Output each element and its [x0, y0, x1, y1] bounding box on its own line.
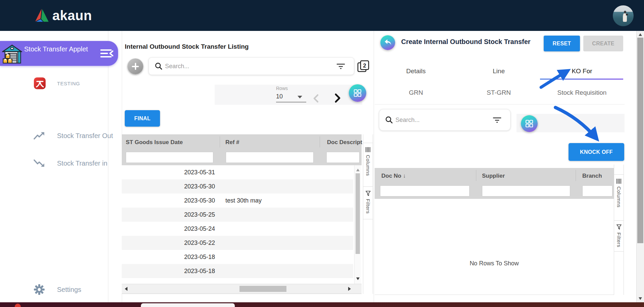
grid-view-button[interactable] [521, 115, 538, 132]
applet-header[interactable]: Stock Transfer Applet [0, 41, 118, 66]
listing-grid-body: 2023-05-31 2023-05-30 2023-05-30 test 30… [122, 165, 362, 284]
sidebar: Stock Transfer Applet [0, 31, 108, 302]
listing-search-input[interactable] [165, 58, 288, 75]
cell-st-goods-issue-date: 2023-05-31 [122, 165, 220, 179]
columns-icon [616, 179, 622, 184]
tab-line[interactable]: Line [458, 63, 540, 79]
column-header-doc-description[interactable]: Doc Descript [327, 139, 362, 146]
divider [614, 251, 624, 252]
column-header-branch[interactable]: Branch [582, 173, 602, 179]
trending-up-icon [34, 131, 45, 140]
add-record-button[interactable] [127, 58, 143, 74]
filter-list-icon[interactable] [493, 117, 501, 123]
filters-side-tab[interactable]: Filters [363, 191, 373, 214]
bottom-red-dot [15, 304, 21, 307]
create-grid-body: No Rows To Show [375, 199, 614, 295]
scrollbar-thumb[interactable] [356, 173, 360, 254]
filter-input-date[interactable] [126, 152, 213, 163]
table-row[interactable]: 2023-05-24 [122, 222, 353, 236]
search-icon [155, 62, 163, 70]
filter-input-ref[interactable] [226, 152, 314, 163]
select-underline [276, 102, 306, 102]
chevron-down-icon [298, 96, 302, 98]
divider [363, 143, 373, 143]
table-row[interactable]: 2023-05-22 [122, 236, 353, 250]
sidebar-item-testing[interactable]: TESTING [0, 74, 108, 93]
create-grid-header: Doc No ↓ Supplier Branch [375, 168, 614, 199]
divider [363, 186, 373, 187]
tab-ko-for[interactable]: KO For [541, 63, 623, 79]
table-row[interactable]: 2023-05-30 [122, 179, 353, 193]
scroll-down-arrow[interactable] [639, 297, 642, 300]
top-header-bar: akaun [0, 0, 644, 31]
back-button[interactable] [380, 35, 395, 50]
table-row[interactable]: 2023-05-31 [122, 165, 353, 179]
column-header-doc-no[interactable]: Doc No ↓ [381, 173, 406, 179]
knock-off-button[interactable]: KNOCK OFF [569, 143, 624, 161]
table-row[interactable]: 2023-05-18 [122, 250, 353, 264]
scroll-up-arrow[interactable] [356, 169, 360, 171]
table-row[interactable]: 2023-05-25 [122, 208, 353, 222]
filters-side-tab[interactable]: Filters [614, 224, 624, 247]
listing-side-panel-tabs: Columns Filters [363, 134, 373, 294]
column-header-supplier[interactable]: Supplier [482, 173, 505, 179]
cell-ref [220, 236, 320, 250]
user-avatar[interactable] [613, 5, 634, 26]
tab-details[interactable]: Details [375, 63, 457, 79]
subtab-divider [375, 104, 625, 104]
akaun-logo: akaun [34, 6, 92, 25]
column-header-st-goods-issue-date[interactable]: ST Goods Issue Date [126, 139, 183, 146]
scrollbar-thumb[interactable] [239, 286, 286, 292]
scroll-up-arrow[interactable] [639, 33, 642, 36]
listing-vertical-scrollbar [354, 165, 361, 284]
rows-per-page-select[interactable]: 10 [276, 92, 306, 102]
columns-tab-label: Columns [365, 155, 371, 176]
listing-grid-header: ST Goods Issue Date Ref # Doc Descript [122, 134, 362, 165]
column-header-label: Doc No [381, 173, 401, 179]
filter-list-icon[interactable] [336, 63, 345, 69]
grid-view-button[interactable] [349, 84, 366, 102]
page-scrollbar [636, 31, 644, 302]
cell-ref [220, 222, 320, 236]
filter-input-branch[interactable] [582, 185, 612, 196]
subtab-st-grn[interactable]: ST-GRN [458, 84, 540, 101]
back-arrow-icon [384, 39, 392, 46]
columns-side-tab[interactable]: Columns [614, 179, 624, 208]
reset-button[interactable]: RESET [544, 36, 580, 51]
columns-side-tab[interactable]: Columns [363, 147, 373, 176]
multi-page-icon[interactable]: 2 [357, 60, 370, 73]
subtab-grn[interactable]: GRN [375, 84, 457, 101]
sort-desc-icon: ↓ [403, 173, 406, 179]
sidebar-item-settings[interactable]: Settings [0, 280, 108, 299]
filter-input-doc-description[interactable] [326, 152, 360, 163]
table-row[interactable]: 2023-05-30 test 30th may [122, 193, 353, 208]
active-tab-indicator [540, 79, 623, 80]
final-status-button[interactable]: FINAL [125, 110, 160, 127]
cell-st-goods-issue-date: 2023-05-22 [122, 236, 220, 250]
column-header-ref[interactable]: Ref # [225, 139, 239, 146]
sidebar-item-stock-transfer-out[interactable]: Stock Transfer Out [0, 126, 108, 145]
scroll-right-arrow[interactable] [348, 287, 351, 291]
columns-tab-label: Columns [616, 186, 622, 208]
bottom-bar [0, 302, 644, 307]
scroll-left-arrow[interactable] [125, 287, 127, 291]
filter-input-supplier[interactable] [482, 185, 570, 196]
cell-ref: test 30th may [220, 193, 320, 208]
next-page-icon[interactable] [333, 93, 342, 103]
previous-page-icon[interactable] [312, 93, 321, 103]
create-search-input[interactable] [395, 109, 474, 130]
listing-horizontal-scrollbar [122, 284, 362, 294]
scroll-down-arrow[interactable] [356, 277, 360, 280]
subtab-stock-requisition[interactable]: Stock Requisition [541, 84, 623, 101]
sidebar-item-stock-transfer-in[interactable]: Stock Transfer in [0, 154, 108, 173]
applet-title: Stock Transfer Applet [24, 45, 96, 53]
cell-st-goods-issue-date: 2023-05-30 [122, 179, 220, 193]
scrollbar-thumb[interactable] [637, 38, 643, 243]
listing-search-box [149, 57, 354, 75]
sidebar-item-label: Settings [57, 286, 81, 294]
app-root: akaun [0, 0, 644, 307]
table-row[interactable]: 2023-05-18 [122, 264, 353, 278]
filter-input-doc-no[interactable] [380, 185, 470, 196]
create-button[interactable]: CREATE [583, 36, 623, 51]
sidebar-collapse-icon[interactable] [100, 48, 114, 58]
